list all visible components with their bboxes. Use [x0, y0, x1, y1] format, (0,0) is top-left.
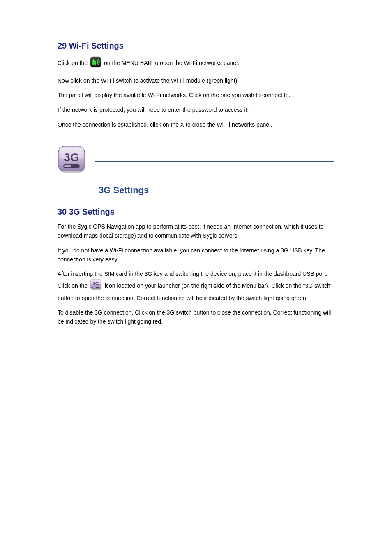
wifi-p1-text-a: Click on the: [58, 60, 89, 66]
3g-paragraph-3: After inserting the SIM card in the 3G k…: [58, 270, 334, 303]
wifi-paragraph-1: Click on the: [58, 56, 334, 71]
section-divider: 3G: [58, 146, 334, 177]
svg-text:3G: 3G: [92, 281, 99, 286]
wifi-signal-icon: [90, 56, 101, 71]
3g-paragraph-4: To disable the 3G connection, Click on t…: [58, 308, 334, 326]
svg-text:3G: 3G: [64, 151, 79, 164]
wifi-settings-heading: 29 Wi-Fi Settings: [58, 41, 334, 51]
3g-section-title: 3G Settings: [99, 185, 334, 196]
wifi-paragraph-4: If the network is protected, you will ne…: [58, 106, 334, 115]
wifi-paragraph-5: Once the connection is established, clic…: [58, 120, 334, 130]
3g-section-icon: 3G: [58, 146, 87, 177]
svg-point-1: [95, 65, 97, 66]
wifi-paragraph-3: The panel will display the available Wi-…: [58, 91, 334, 100]
3g-small-icon: 3G: [90, 279, 102, 294]
3g-settings-heading: 30 3G Settings: [58, 207, 334, 217]
wifi-p1-text-b: on the MENU BAR to open the Wi-Fi networ…: [104, 60, 239, 66]
wifi-paragraph-2: Now click on the Wi-Fi switch to activat…: [58, 76, 334, 86]
3g-paragraph-1: For the Sygic GPS Navigation app to perf…: [58, 222, 334, 240]
svg-rect-7: [64, 165, 71, 167]
svg-rect-13: [93, 287, 96, 288]
divider-line: [95, 161, 334, 162]
3g-paragraph-2: If you do not have a Wi-Fi connection av…: [58, 246, 334, 264]
